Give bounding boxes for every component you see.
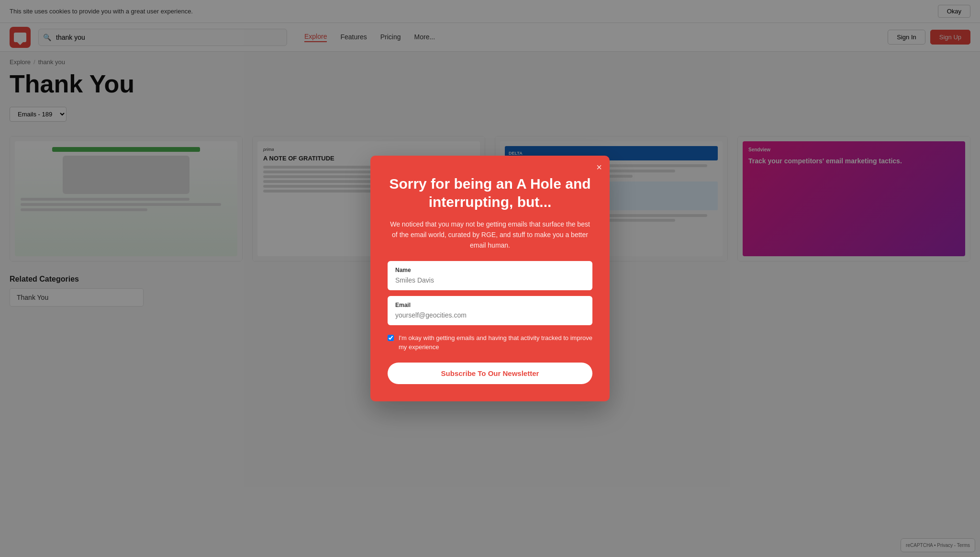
- consent-label: I'm okay with getting emails and having …: [399, 334, 592, 352]
- modal-overlay: × Sorry for being an A Hole and interrup…: [0, 0, 980, 557]
- consent-checkbox[interactable]: [388, 335, 394, 341]
- email-label: Email: [395, 302, 585, 308]
- subscribe-button[interactable]: Subscribe To Our Newsletter: [388, 363, 592, 384]
- name-label: Name: [395, 267, 585, 273]
- name-field-container: Name: [388, 261, 592, 290]
- newsletter-modal: × Sorry for being an A Hole and interrup…: [370, 156, 610, 401]
- modal-title: Sorry for being an A Hole and interrupti…: [388, 175, 592, 211]
- modal-close-button[interactable]: ×: [596, 162, 602, 172]
- consent-checkbox-row: I'm okay with getting emails and having …: [388, 331, 592, 354]
- name-input[interactable]: [395, 276, 585, 284]
- email-field-container: Email: [388, 296, 592, 325]
- email-input[interactable]: [395, 311, 585, 319]
- modal-subtitle: We noticed that you may not be getting e…: [388, 219, 592, 250]
- modal-form: Name Email I'm okay with getting emails …: [388, 261, 592, 384]
